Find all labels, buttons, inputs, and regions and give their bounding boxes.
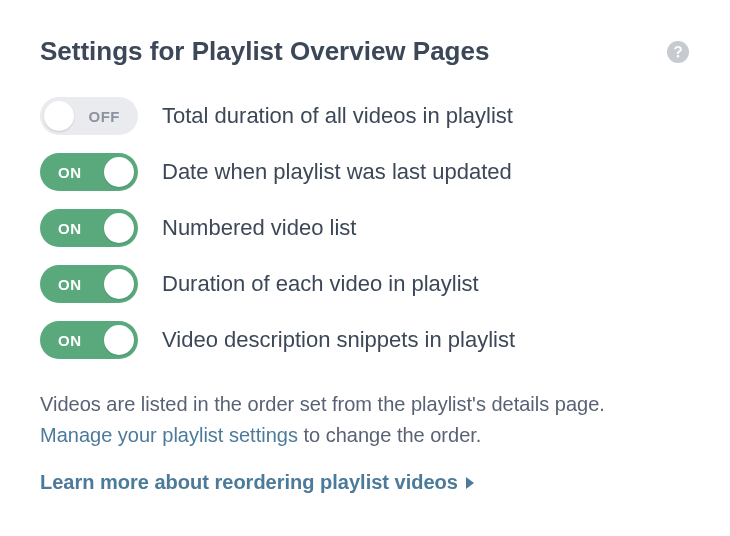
page-title: Settings for Playlist Overview Pages: [40, 36, 489, 67]
toggle-knob: [44, 101, 74, 131]
toggle-knob: [104, 269, 134, 299]
toggle-switch[interactable]: ON: [40, 321, 138, 359]
toggle-state-label: ON: [58, 276, 82, 293]
toggle-row: OFFTotal duration of all videos in playl…: [40, 97, 690, 135]
toggle-state-label: OFF: [89, 108, 121, 125]
toggle-row: ONVideo description snippets in playlist: [40, 321, 690, 359]
toggle-row: ONDuration of each video in playlist: [40, 265, 690, 303]
learn-more-link[interactable]: Learn more about reordering playlist vid…: [40, 471, 474, 494]
toggle-label: Duration of each video in playlist: [162, 271, 479, 297]
toggle-label: Total duration of all videos in playlist: [162, 103, 513, 129]
info-after: to change the order.: [298, 424, 481, 446]
toggle-state-label: ON: [58, 332, 82, 349]
toggle-label: Date when playlist was last updated: [162, 159, 512, 185]
toggle-switch[interactable]: ON: [40, 209, 138, 247]
help-icon[interactable]: [666, 40, 690, 64]
toggle-switch[interactable]: ON: [40, 265, 138, 303]
toggle-list: OFFTotal duration of all videos in playl…: [40, 97, 690, 359]
toggle-label: Numbered video list: [162, 215, 356, 241]
toggle-row: ONDate when playlist was last updated: [40, 153, 690, 191]
toggle-knob: [104, 157, 134, 187]
toggle-knob: [104, 325, 134, 355]
toggle-switch[interactable]: ON: [40, 153, 138, 191]
toggle-state-label: ON: [58, 220, 82, 237]
settings-header: Settings for Playlist Overview Pages: [40, 36, 690, 67]
toggle-state-label: ON: [58, 164, 82, 181]
toggle-knob: [104, 213, 134, 243]
toggle-label: Video description snippets in playlist: [162, 327, 515, 353]
caret-right-icon: [466, 477, 474, 489]
info-before: Videos are listed in the order set from …: [40, 393, 605, 415]
toggle-switch[interactable]: OFF: [40, 97, 138, 135]
learn-more-text: Learn more about reordering playlist vid…: [40, 471, 458, 494]
manage-settings-link[interactable]: Manage your playlist settings: [40, 424, 298, 446]
learn-more: Learn more about reordering playlist vid…: [40, 471, 690, 494]
toggle-row: ONNumbered video list: [40, 209, 690, 247]
info-text: Videos are listed in the order set from …: [40, 389, 660, 451]
